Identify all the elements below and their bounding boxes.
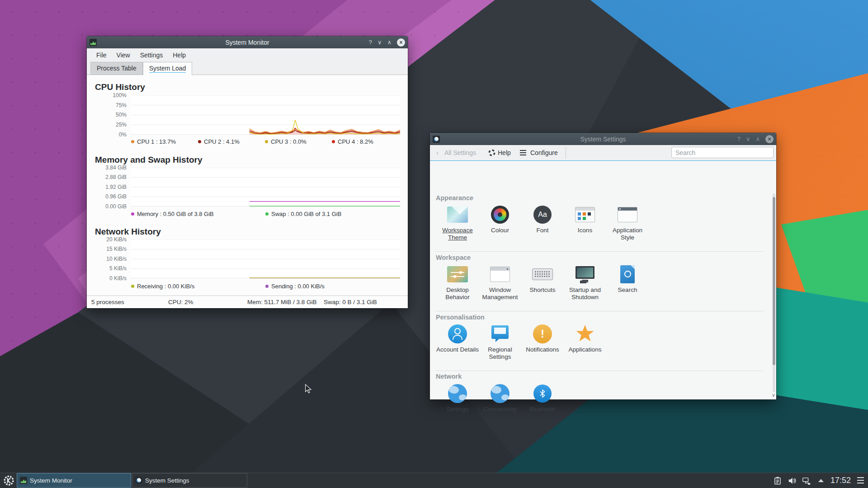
menu-file[interactable]: File	[91, 49, 112, 61]
tray-expand-icon[interactable]	[818, 479, 824, 482]
receiving-dot	[131, 285, 134, 288]
system-monitor-app-icon	[20, 477, 27, 484]
scroll-down-arrow-icon[interactable]: ∨	[771, 392, 776, 398]
search-input[interactable]	[671, 147, 774, 158]
scrollbar-thumb[interactable]	[773, 197, 775, 365]
section-row-appearance: Workspace Theme Colour Font Icons Applic…	[436, 203, 649, 241]
network-tick: 15 KiB/s	[87, 246, 127, 252]
system-monitor-window: System Monitor ? ∨ ∧ × File View Setting…	[87, 36, 408, 308]
task-system-settings[interactable]: System Settings	[132, 473, 247, 488]
scrollbar[interactable]	[773, 193, 775, 392]
memory-legend-label: Memory : 0.50 GiB of 3.8 GiB	[137, 211, 214, 217]
tile-label: Notifications	[526, 346, 559, 353]
swap-legend-label: Swap : 0.00 GiB of 3.1 GiB	[271, 211, 341, 217]
close-button[interactable]: ×	[397, 38, 405, 47]
tile-shortcuts[interactable]: Shortcuts	[521, 263, 564, 301]
desktop: System Monitor ? ∨ ∧ × File View Setting…	[0, 0, 868, 488]
help-button[interactable]: Help	[498, 145, 511, 160]
minimize-button[interactable]: ∨	[746, 136, 750, 142]
cpu-history-heading: CPU History	[95, 82, 145, 92]
panel-menu-icon[interactable]	[857, 477, 864, 483]
network-history-heading: Network History	[95, 227, 161, 237]
globe-icon	[448, 384, 467, 403]
tile-connectivity[interactable]: Connectivity	[479, 382, 521, 413]
toolbar: ‹ All Settings Help Configure	[430, 145, 776, 160]
tile-colour[interactable]: Colour	[479, 203, 521, 241]
configure-menu-icon[interactable]	[519, 145, 527, 160]
tile-search[interactable]: Search	[606, 263, 649, 301]
clipboard-icon[interactable]	[773, 476, 782, 485]
menubar: File View Settings Help	[87, 48, 408, 62]
task-system-monitor[interactable]: System Monitor	[17, 473, 131, 488]
cpu4-legend-label: CPU 4 : 8.2%	[338, 138, 373, 145]
network-tick: 10 KiB/s	[87, 256, 127, 262]
system-settings-app-icon	[433, 136, 440, 143]
tile-label: Applications	[569, 346, 602, 353]
tile-label: Desktop Behavior	[436, 286, 479, 301]
network-tick: 0 KiB/s	[87, 275, 127, 282]
cpu-history-chart	[131, 95, 400, 135]
close-button[interactable]: ×	[765, 135, 774, 143]
system-settings-app-icon	[135, 477, 142, 484]
tile-bluetooth[interactable]: Bluetooth	[521, 382, 564, 413]
cpu1-legend-label: CPU 1 : 13.7%	[137, 138, 176, 145]
maximize-button[interactable]: ∧	[755, 136, 760, 142]
menu-settings[interactable]: Settings	[135, 49, 168, 61]
notification-bell-icon	[533, 324, 552, 343]
tile-label: Application Style	[606, 227, 649, 241]
section-divider	[435, 311, 764, 311]
tile-application-style[interactable]: Application Style	[606, 203, 649, 241]
system-monitor-titlebar[interactable]: System Monitor ? ∨ ∧ ×	[87, 36, 408, 48]
memory-tick: 3.84 GiB	[87, 164, 127, 171]
help-ring-icon[interactable]	[488, 145, 496, 160]
clock[interactable]: 17:52	[830, 476, 851, 485]
menu-view[interactable]: View	[112, 49, 135, 61]
tile-startup-shutdown[interactable]: Startup and Shutdown	[564, 263, 606, 301]
taskbar: System Monitor System Settings 17:52	[0, 473, 868, 488]
tile-label: Search	[618, 286, 637, 294]
status-cpu: CPU: 2%	[168, 299, 193, 305]
toolbar-separator	[566, 147, 566, 159]
memory-dot	[131, 212, 134, 216]
section-header-workspace: Workspace	[436, 254, 471, 261]
tile-network-settings[interactable]: Settings	[436, 382, 479, 413]
tab-process-table[interactable]: Process Table	[90, 62, 143, 75]
configure-button[interactable]: Configure	[530, 145, 558, 160]
minimize-button[interactable]: ∨	[377, 39, 382, 45]
help-button[interactable]: ?	[737, 136, 741, 142]
section-row-personalisation: Account Details Regional Settings Notifi…	[436, 323, 606, 361]
system-settings-titlebar[interactable]: System Settings ? ∨ ∧ ×	[430, 133, 776, 145]
task-label: System Settings	[145, 477, 189, 484]
task-label: System Monitor	[30, 477, 72, 484]
all-settings-button[interactable]: All Settings	[444, 145, 476, 160]
network-icon[interactable]	[802, 476, 811, 485]
colour-wheel-icon	[491, 206, 509, 224]
tile-workspace-theme[interactable]: Workspace Theme	[436, 203, 479, 241]
memory-history-chart	[131, 168, 400, 206]
cpu2-legend-label: CPU 2 : 4.1%	[204, 138, 240, 145]
application-style-icon	[618, 207, 637, 222]
menu-help[interactable]: Help	[168, 49, 191, 61]
tile-applications[interactable]: Applications	[564, 323, 606, 361]
tile-regional-settings[interactable]: Regional Settings	[479, 323, 521, 361]
tile-notifications[interactable]: Notifications	[521, 323, 564, 361]
back-chevron-icon[interactable]: ‹	[436, 145, 439, 160]
tabbar: Process Table System Load	[87, 62, 408, 75]
tab-system-load[interactable]: System Load	[143, 62, 193, 75]
tile-account-details[interactable]: Account Details	[436, 323, 479, 361]
tile-font[interactable]: Font	[521, 203, 564, 241]
kde-launcher-icon[interactable]	[3, 475, 14, 486]
star-icon	[575, 323, 595, 345]
cpu2-dot	[198, 140, 201, 143]
maximize-button[interactable]: ∧	[387, 39, 392, 45]
account-person-icon	[448, 324, 467, 343]
tile-label: Icons	[578, 227, 592, 234]
volume-icon[interactable]	[788, 476, 797, 485]
tile-window-management[interactable]: Window Management	[479, 263, 521, 301]
window-title: System Monitor	[87, 39, 408, 46]
settings-icon-view: Appearance Workspace Theme Colour Font I…	[430, 160, 776, 399]
tile-icons[interactable]: Icons	[564, 203, 606, 241]
window-title: System Settings	[430, 136, 776, 143]
help-button[interactable]: ?	[369, 39, 372, 45]
tile-desktop-behavior[interactable]: Desktop Behavior	[436, 263, 479, 301]
